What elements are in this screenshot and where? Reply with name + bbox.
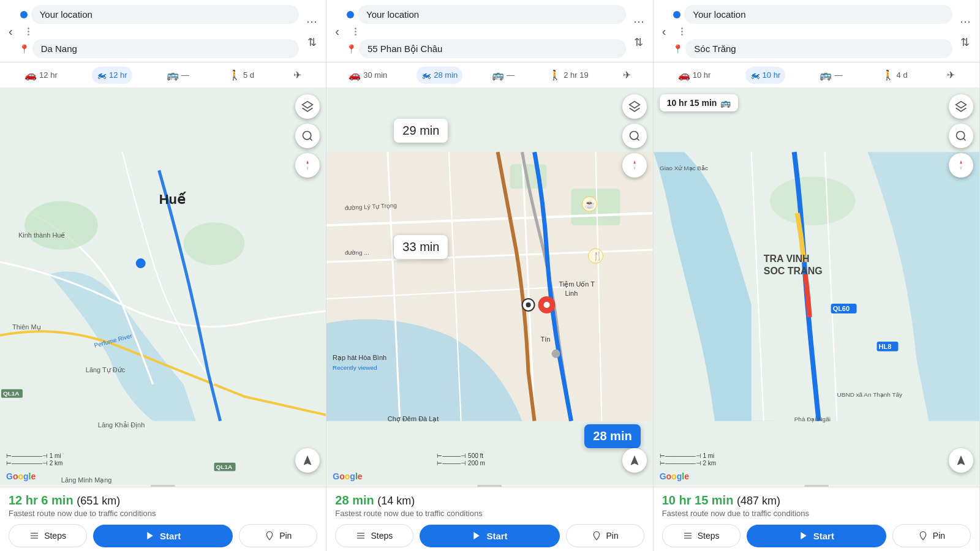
bottom-info-3: 10 hr 15 min (487 km) Fastest route now …: [654, 487, 979, 551]
mode-moto-label-3: 10 hr: [763, 70, 781, 80]
to-dot-2: 📍: [347, 45, 355, 53]
bottom-info-2: 28 min (14 km) Fastest route now due to …: [326, 487, 652, 551]
mode-moto-1[interactable]: 🏍 12 hr: [92, 67, 132, 84]
svg-point-50: [552, 350, 560, 358]
pin-button-1[interactable]: Pin: [239, 524, 317, 547]
svg-text:Recently viewed: Recently viewed: [333, 364, 377, 371]
pin-button-2[interactable]: Pin: [566, 524, 644, 547]
to-input-3[interactable]: [685, 39, 952, 58]
svg-text:QL1A: QL1A: [216, 463, 233, 470]
svg-text:Chợ Đêm Đà Lạt: Chợ Đêm Đà Lạt: [388, 415, 439, 423]
fly-icon-2: ✈: [623, 69, 631, 81]
map-area-3[interactable]: QL60 HL8 TRA VINH SOC TRANG Giao Xứ Mạc …: [654, 88, 979, 485]
header-2: ‹ 📍 ⋯ ⇅: [326, 0, 652, 62]
steps-button-2[interactable]: Steps: [335, 524, 413, 547]
mode-fly-2[interactable]: ✈: [618, 66, 636, 84]
more-button-2[interactable]: ⋯: [631, 12, 647, 31]
mode-car-3[interactable]: 🚗 10 hr: [673, 66, 716, 84]
more-button-3[interactable]: ⋯: [957, 12, 973, 31]
mode-car-label-3: 10 hr: [693, 70, 711, 80]
search-button-3[interactable]: [949, 124, 973, 148]
from-input-2[interactable]: [358, 5, 626, 24]
mode-car-label-1: 12 hr: [39, 70, 58, 80]
svg-text:Linh: Linh: [565, 290, 578, 297]
svg-marker-72: [956, 102, 967, 108]
compass-button-3[interactable]: [949, 153, 973, 178]
layers-button-1[interactable]: [295, 94, 320, 119]
from-input-1[interactable]: [31, 5, 300, 24]
map-controls-3: [949, 94, 973, 178]
mode-fly-1[interactable]: ✈: [288, 66, 306, 84]
layers-button-2[interactable]: [622, 94, 647, 119]
mode-bus-1[interactable]: 🚌 —: [162, 66, 194, 84]
svg-text:Lăng Minh Mạng: Lăng Minh Mạng: [61, 476, 112, 484]
mode-moto-label-1: 12 hr: [109, 70, 127, 80]
google-logo-3: Google: [660, 471, 689, 481]
pin-button-3[interactable]: Pin: [892, 524, 971, 547]
mode-moto-3[interactable]: 🏍 10 hr: [745, 67, 786, 84]
map-controls-2: [622, 94, 647, 178]
svg-point-2: [184, 222, 245, 265]
back-button-2[interactable]: ‹: [333, 22, 342, 41]
start-button-1[interactable]: Start: [93, 525, 233, 547]
swap-button-2[interactable]: ⇅: [631, 33, 646, 51]
search-button-1[interactable]: [295, 124, 320, 148]
svg-marker-17: [303, 102, 313, 108]
svg-text:Thiên Mụ: Thiên Mụ: [12, 323, 41, 331]
map-controls-1: [295, 94, 320, 178]
back-button-1[interactable]: ‹: [6, 22, 15, 41]
more-button-1[interactable]: ⋯: [304, 12, 320, 31]
steps-button-1[interactable]: Steps: [9, 524, 87, 547]
mode-bus-3[interactable]: 🚌 —: [815, 66, 847, 84]
mode-car-1[interactable]: 🚗 12 hr: [20, 66, 62, 84]
dots-sep-2: [347, 28, 355, 36]
route-bubble-33min: 33 min: [394, 235, 448, 259]
to-input-1[interactable]: [32, 39, 300, 58]
mode-fly-3[interactable]: ✈: [942, 66, 960, 84]
navigate-button-2[interactable]: [622, 448, 647, 473]
header-3: ‹ 📍 ⋯ ⇅: [654, 0, 979, 62]
map-area-2[interactable]: đường Lý Tự Trọng đường ... Rạp hát Hòa …: [326, 88, 652, 485]
dots-sep-1: [20, 28, 29, 36]
mode-walk-3[interactable]: 🚶 4 d: [877, 66, 913, 84]
steps-button-3[interactable]: Steps: [662, 524, 741, 547]
fly-icon-1: ✈: [293, 69, 301, 81]
map-svg-3: QL60 HL8 TRA VINH SOC TRANG Giao Xứ Mạc …: [654, 88, 979, 485]
mode-bus-2[interactable]: 🚌 —: [487, 66, 519, 84]
start-button-2[interactable]: Start: [420, 525, 559, 547]
moto-icon-3: 🏍: [750, 70, 760, 81]
svg-text:Phà Đại Ngãi: Phà Đại Ngãi: [794, 416, 830, 422]
mode-walk-1[interactable]: 🚶 5 d: [224, 66, 259, 84]
eta-bubble-3: 10 hr 15 min 🚌: [660, 94, 739, 111]
swap-button-1[interactable]: ⇅: [305, 33, 319, 51]
modes-bar-1: 🚗 12 hr 🏍 12 hr 🚌 — 🚶 5 d ✈: [0, 62, 326, 88]
mode-car-2[interactable]: 🚗 30 min: [344, 66, 392, 84]
map-panel-2: ‹ 📍 ⋯ ⇅ 🚗 30 m: [326, 0, 653, 551]
from-input-3[interactable]: [684, 5, 952, 24]
mode-moto-2[interactable]: 🏍 28 min: [417, 67, 462, 84]
compass-button-1[interactable]: [295, 153, 320, 178]
location-inputs-2: 📍: [347, 5, 626, 58]
bus-icon-1: 🚌: [167, 69, 179, 81]
svg-point-47: [544, 302, 550, 308]
mode-walk-2[interactable]: 🚶 2 hr 19: [544, 66, 593, 84]
mode-walk-label-3: 4 d: [897, 70, 908, 80]
back-button-3[interactable]: ‹: [660, 22, 669, 41]
route-summary-1: 12 hr 6 min (651 km): [9, 493, 317, 508]
compass-button-2[interactable]: [622, 153, 647, 178]
navigate-button-3[interactable]: [949, 448, 973, 473]
start-button-3[interactable]: Start: [747, 525, 886, 547]
mode-bus-label-1: —: [181, 70, 189, 80]
fly-icon-3: ✈: [947, 69, 955, 81]
svg-text:TRA VINH: TRA VINH: [763, 253, 809, 264]
search-button-2[interactable]: [622, 124, 647, 148]
from-dot-2: [347, 11, 354, 18]
swap-button-3[interactable]: ⇅: [958, 33, 972, 51]
svg-text:Lăng Tự Đức: Lăng Tự Đức: [86, 366, 126, 374]
layers-button-3[interactable]: [949, 94, 973, 119]
svg-text:Kinh thành Huế: Kinh thành Huế: [18, 231, 66, 239]
map-area-1[interactable]: Huế Kinh thành Huế Thiên Mụ Lăng Tự Đức …: [0, 88, 326, 485]
action-btns-2: Steps Start Pin: [335, 524, 644, 547]
modes-bar-2: 🚗 30 min 🏍 28 min 🚌 — 🚶 2 hr 19 ✈: [326, 62, 652, 88]
to-input-2[interactable]: [359, 39, 626, 58]
